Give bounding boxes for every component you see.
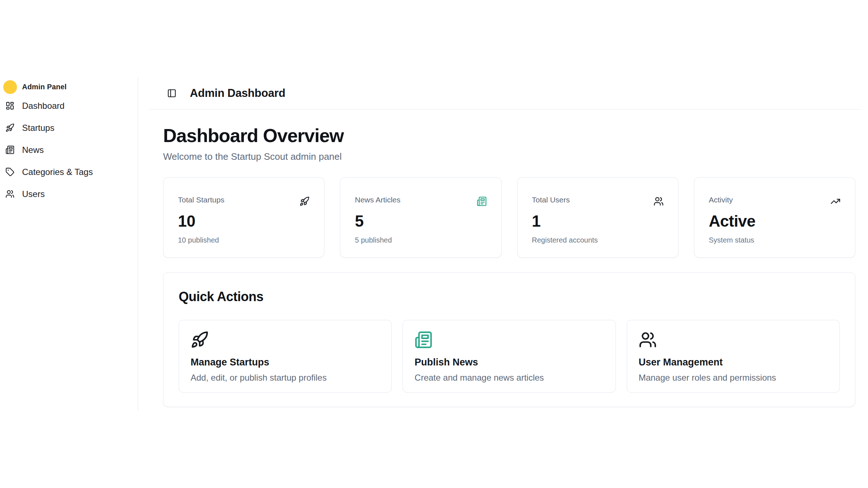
stat-cards-row: Total Startups 10 10 published News Arti…: [163, 177, 855, 258]
stat-label: Total Users: [532, 196, 664, 204]
action-title: Manage Startups: [191, 357, 380, 368]
sidebar-item-categories-tags[interactable]: Categories & Tags: [0, 161, 138, 183]
stat-label: Activity: [709, 196, 841, 204]
sidebar-item-label: Categories & Tags: [22, 167, 93, 177]
sidebar-item-label: Startups: [22, 123, 54, 133]
action-description: Manage user roles and permissions: [639, 373, 828, 383]
overview-heading: Dashboard Overview Welcome to the Startu…: [163, 126, 855, 162]
action-description: Create and manage news articles: [414, 373, 604, 383]
sidebar-item-news[interactable]: News: [0, 139, 138, 161]
action-card-manage-startups[interactable]: Manage Startups Add, edit, or publish st…: [179, 320, 392, 393]
quick-actions-panel: Quick Actions Manage Startups Add, edit,…: [163, 272, 855, 407]
newspaper-icon: [414, 331, 433, 349]
page-title: Admin Dashboard: [190, 87, 285, 100]
stat-card-activity: Activity Active System status: [694, 177, 855, 258]
tag-icon: [5, 167, 14, 176]
rocket-icon: [191, 331, 209, 349]
action-title: User Management: [639, 357, 828, 368]
stat-value: 5: [355, 212, 486, 230]
stat-subtext: 5 published: [355, 236, 486, 244]
stat-subtext: Registered accounts: [532, 236, 664, 244]
sidebar-item-users[interactable]: Users: [0, 183, 138, 205]
sidebar-item-startups[interactable]: Startups: [0, 117, 138, 139]
sidebar-item-label: Dashboard: [22, 101, 64, 111]
newspaper-icon: [5, 145, 14, 154]
stat-label: Total Startups: [178, 196, 310, 204]
panel-left-icon: [167, 89, 176, 98]
brand-logo-circle: [3, 80, 17, 94]
stat-subtext: 10 published: [178, 236, 310, 244]
newspaper-icon: [477, 196, 487, 206]
sidebar: Admin Panel Dashboard Startups News Cate…: [0, 77, 138, 411]
stat-value: 1: [532, 212, 664, 230]
action-card-user-management[interactable]: User Management Manage user roles and pe…: [627, 320, 840, 393]
action-title: Publish News: [414, 357, 604, 368]
action-description: Add, edit, or publish startup profiles: [191, 373, 380, 383]
rocket-icon: [5, 123, 14, 132]
stat-card-news-articles: News Articles 5 5 published: [340, 177, 501, 258]
quick-actions-row: Manage Startups Add, edit, or publish st…: [179, 320, 840, 393]
users-icon: [639, 331, 657, 349]
users-icon: [654, 196, 664, 206]
sidebar-item-label: News: [22, 145, 44, 155]
sidebar-toggle-button[interactable]: [167, 89, 176, 98]
users-icon: [5, 189, 14, 198]
stat-card-total-startups: Total Startups 10 10 published: [163, 177, 324, 258]
brand-name: Admin Panel: [22, 83, 67, 91]
action-card-publish-news[interactable]: Publish News Create and manage news arti…: [403, 320, 616, 393]
overview-subtitle: Welcome to the Startup Scout admin panel: [163, 151, 855, 162]
stat-card-total-users: Total Users 1 Registered accounts: [517, 177, 678, 258]
stat-value: 10: [178, 212, 310, 230]
topbar: Admin Dashboard: [149, 77, 861, 110]
stat-value: Active: [709, 212, 841, 230]
sidebar-nav: Dashboard Startups News Categories & Tag…: [0, 95, 138, 205]
quick-actions-title: Quick Actions: [179, 290, 840, 304]
trending-up-icon: [830, 196, 841, 206]
overview-title: Dashboard Overview: [163, 126, 855, 146]
sidebar-item-dashboard[interactable]: Dashboard: [0, 95, 138, 117]
layout-dashboard-icon: [5, 101, 14, 110]
stat-label: News Articles: [355, 196, 486, 204]
brand: Admin Panel: [3, 79, 138, 95]
stat-subtext: System status: [709, 236, 841, 244]
sidebar-item-label: Users: [22, 189, 45, 199]
rocket-icon: [299, 196, 310, 206]
admin-dashboard-page: Admin Panel Dashboard Startups News Cate…: [0, 0, 868, 488]
